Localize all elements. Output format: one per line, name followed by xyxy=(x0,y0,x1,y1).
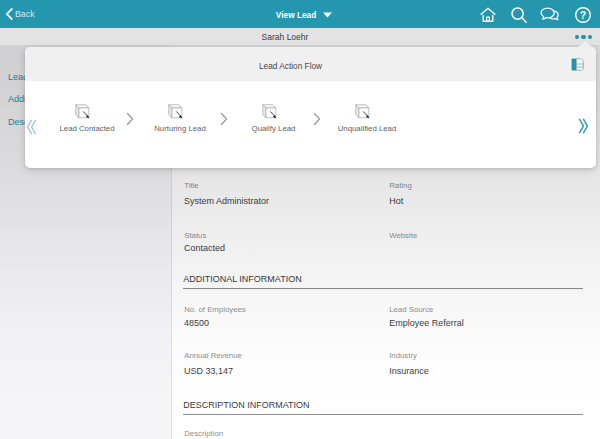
svg-text:?: ? xyxy=(579,8,585,20)
